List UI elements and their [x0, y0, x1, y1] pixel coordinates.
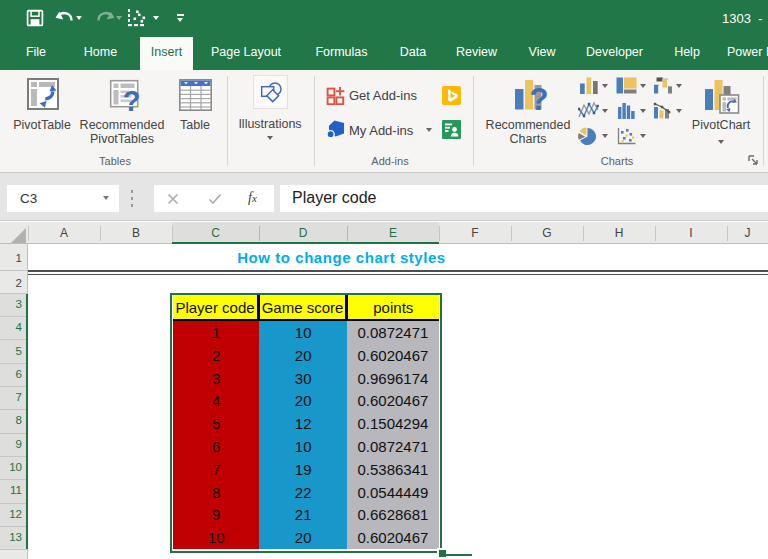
svg-text:?: ? [123, 85, 141, 115]
svg-text:?: ? [530, 82, 549, 115]
